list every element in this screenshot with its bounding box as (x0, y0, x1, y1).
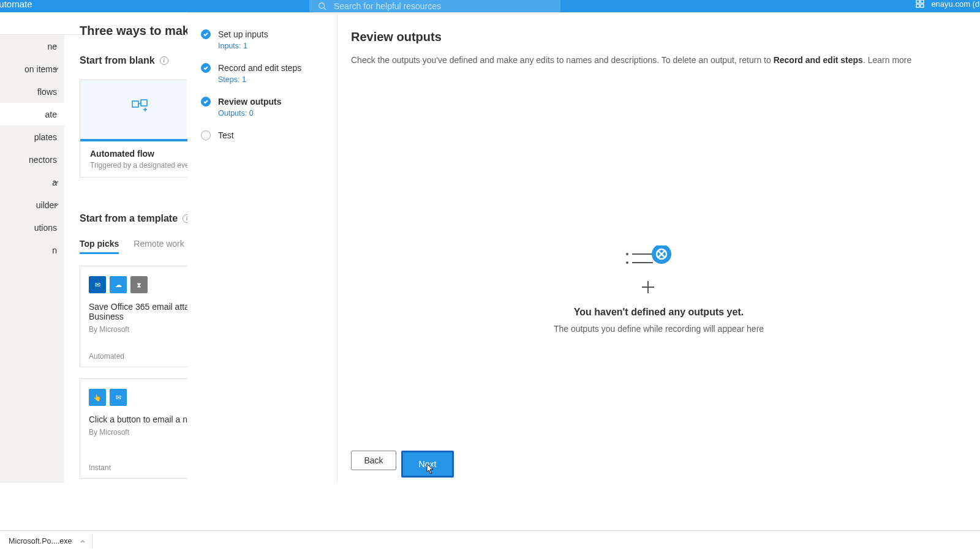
chevron-down-icon (53, 66, 59, 72)
card-subtitle: Triggered by a designated even (90, 161, 192, 170)
sidebar-item-action-items[interactable]: on items (0, 58, 64, 80)
onedrive-icon: ☁ (110, 276, 127, 293)
org-icon (915, 0, 925, 9)
template-icons: ✉ ☁ ⧗ (89, 276, 193, 293)
svg-rect-5 (921, 4, 924, 7)
outlook-icon: ✉ (89, 276, 106, 293)
step-done-icon (201, 97, 211, 107)
step-label: Set up inputs (218, 29, 268, 40)
step-sublabel: Outputs: 0 (218, 109, 281, 118)
step-set-up-inputs[interactable]: Set up inputs Inputs: 1 (201, 29, 325, 50)
sidebar-item-connectors[interactable]: nectors (0, 148, 64, 171)
header-right: enayu.com (def (915, 0, 980, 9)
step-pending-icon (201, 130, 211, 140)
template-icons: 👆 ✉ (89, 389, 193, 406)
svg-point-0 (319, 3, 325, 9)
tab-top-picks[interactable]: Top picks (80, 235, 119, 254)
template-type: Instant (89, 463, 193, 472)
chevron-down-icon (53, 179, 59, 186)
wizard-footer: Back Next (351, 451, 454, 478)
search-container[interactable]: Search for helpful resources (309, 0, 560, 12)
step-done-icon (201, 63, 211, 73)
sidebar-item-data[interactable]: a (0, 171, 64, 193)
list-icon (622, 246, 696, 294)
timer-icon: ⧗ (130, 276, 148, 293)
step-record-edit[interactable]: Record and edit steps Steps: 1 (201, 62, 325, 84)
divider (92, 534, 92, 549)
app-title: r Automate (0, 0, 32, 9)
flow-icon (129, 97, 153, 122)
search-icon (318, 2, 326, 10)
sidebar-item-create[interactable]: ate (0, 103, 64, 126)
step-label: Record and edit steps (218, 62, 301, 73)
mail-icon: ✉ (110, 389, 127, 406)
svg-point-12 (626, 253, 628, 255)
step-label: Test (218, 130, 234, 141)
sidebar-item-ai-builder[interactable]: uilder (0, 193, 64, 216)
step-done-icon (201, 29, 211, 39)
template-title: Save Office 365 email attac (89, 302, 193, 312)
empty-subtitle: The outputs you define while recording w… (506, 324, 812, 334)
next-button[interactable]: Next (401, 451, 454, 478)
svg-rect-4 (916, 4, 919, 7)
sidebar: ne on items flows ate plates nectors a u… (0, 35, 64, 483)
wizard-panel: Set up inputs Inputs: 1 Record and edit … (187, 12, 980, 482)
wizard-main: Review outputs Check the outputs you've … (337, 13, 980, 482)
panel-description: Check the outputs you've defined and mak… (351, 54, 956, 66)
step-sublabel: Inputs: 1 (218, 42, 268, 50)
template-by: By Microsoft (89, 325, 193, 334)
search-placeholder: Search for helpful resources (334, 1, 441, 11)
card-illustration (80, 80, 202, 141)
back-button[interactable]: Back (351, 451, 396, 470)
app-header: r Automate Search for helpful resources … (0, 0, 980, 12)
template-type: Automated (89, 352, 193, 361)
template-title: Click a button to email a no (89, 414, 193, 424)
svg-rect-7 (132, 101, 138, 107)
empty-state: You haven't defined any outputs yet. The… (506, 246, 812, 334)
info-icon[interactable]: i (160, 56, 168, 65)
panel-heading: Review outputs (351, 30, 956, 44)
step-label: Review outputs (218, 96, 281, 107)
svg-line-1 (324, 8, 326, 10)
step-test[interactable]: Test (201, 130, 325, 141)
template-title-line2: Business (89, 312, 193, 321)
button-icon: 👆 (89, 389, 106, 406)
sidebar-item-solutions[interactable]: utions (0, 216, 64, 239)
card-title: Automated flow (90, 149, 192, 159)
step-review-outputs[interactable]: Review outputs Outputs: 0 (201, 96, 325, 118)
empty-title: You haven't defined any outputs yet. (506, 307, 812, 318)
svg-rect-8 (141, 100, 147, 106)
empty-illustration (506, 246, 812, 294)
template-by: By Microsoft (89, 428, 193, 437)
sidebar-item-templates[interactable]: plates (0, 126, 64, 148)
download-item[interactable]: Microsoft.Po....exe (9, 537, 86, 545)
template-card[interactable]: 👆 ✉ Click a button to email a no By Micr… (80, 378, 202, 479)
step-sublabel: Steps: 1 (218, 75, 301, 84)
svg-rect-3 (921, 0, 924, 3)
template-card[interactable]: ✉ ☁ ⧗ Save Office 365 email attac Busine… (80, 266, 202, 367)
record-steps-ref: Record and edit steps (774, 55, 863, 65)
sidebar-item-home[interactable]: ne (0, 35, 64, 58)
sidebar-item-learn[interactable]: n (0, 239, 64, 261)
chevron-up-icon (80, 538, 86, 544)
wizard-steps: Set up inputs Inputs: 1 Record and edit … (187, 13, 337, 482)
automated-flow-card[interactable]: Automated flow Triggered by a designated… (80, 80, 202, 178)
account-label[interactable]: enayu.com (def (931, 0, 980, 9)
svg-point-14 (626, 261, 628, 264)
svg-rect-2 (916, 0, 919, 3)
tab-remote-work[interactable]: Remote work (134, 235, 184, 254)
sidebar-item-flows[interactable]: flows (0, 80, 64, 103)
chevron-down-icon (53, 202, 59, 208)
taskbar: Microsoft.Po....exe (0, 530, 980, 551)
